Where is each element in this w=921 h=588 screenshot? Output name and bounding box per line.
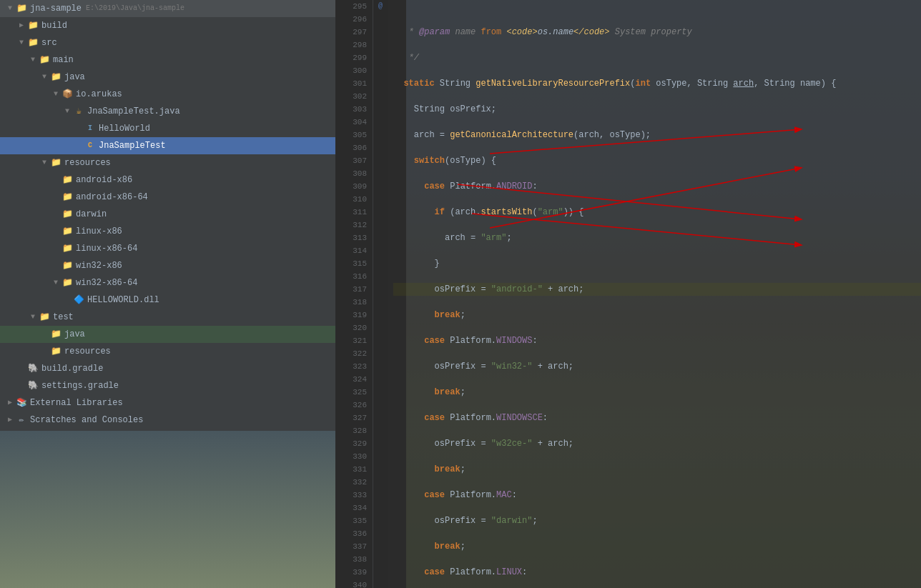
arrow-icon [6,416,14,424]
project-path: E:\2019\Java\jna-sample [86,1,184,16]
sidebar-item-linux-x86-64[interactable]: 📁 linux-x86-64 [0,240,335,257]
folder-icon: 📁 [61,174,73,186]
code-line-305: osPrefix = "android-" + arch; [393,283,921,296]
sidebar-item-helloworld-dll[interactable]: 🔷 HELLOWORLD.dll [0,291,335,309]
folder-icon: 📁 [61,243,73,254]
arrow-spacer [51,227,60,236]
sidebar-item-label: android-x86 [76,173,132,187]
package-icon: 📦 [61,89,73,100]
folder-icon: 📁 [27,20,39,31]
arrow-icon [17,21,26,30]
sidebar-item-scratches[interactable]: ✏️ Scratches and Consoles [0,412,335,429]
folder-icon: 📁 [39,312,50,323]
folder-icon: 📁 [61,260,73,271]
code-line-312: break; [393,463,921,476]
code-line-301: case Platform.ANDROID: [393,180,921,193]
sidebar-item-io-arukas[interactable]: 📦 io.arukas [0,86,335,103]
code-line-297: static String getNativeLibraryResourcePr… [393,77,921,90]
folder-icon: 📁 [50,329,61,340]
arrow-spacer [17,382,26,390]
sidebar-item-build-gradle[interactable]: 🐘 build.gradle [0,360,335,377]
arrow-spacer [17,364,26,373]
sidebar-item-resources[interactable]: 📁 resources [0,154,335,171]
line-gutter: @ [373,0,388,588]
sidebar-item-jna-sample[interactable]: 📁 jna-sample E:\2019\Java\jna-sample [0,0,335,17]
sidebar-item-src[interactable]: 📁 src [0,34,335,51]
arrow-icon [29,56,37,64]
sidebar-item-linux-x86[interactable]: 📁 linux-x86 [0,223,335,240]
folder-icon: 📁 [50,157,61,169]
sidebar-item-settings-gradle[interactable]: 🐘 settings.gradle [0,377,335,394]
sidebar-item-label: HelloWorld [99,121,150,136]
sidebar-item-android-x86[interactable]: 📁 android-x86 [0,171,335,189]
scratch-icon: ✏️ [16,414,27,426]
arrow-icon [17,39,26,47]
code-line-311: osPrefix = "w32ce-" + arch; [393,437,921,450]
arrow-spacer [51,261,60,270]
folder-icon: 📁 [50,71,61,83]
sidebar-item-test-java[interactable]: 📁 java [0,326,335,343]
code-line-300: switch(osType) { [393,154,921,167]
sidebar-item-win32-x86-64[interactable]: 📁 win32-x86-64 [0,274,335,291]
sidebar-item-label: resources [64,156,111,170]
sidebar-item-label: build [41,19,67,33]
arrow-icon [40,159,49,167]
code-line-302: if (arch.startsWith("arm")) { [393,206,921,219]
sidebar-item-helloworld[interactable]: I HelloWorld [0,120,335,137]
sidebar-item-test[interactable]: 📁 test [0,309,335,326]
code-line-313: case Platform.MAC: [393,489,921,502]
sidebar-item-android-x86-64[interactable]: 📁 android-x86-64 [0,189,335,206]
code-line-295: * @param name from <code>os.name</code> … [393,26,921,39]
code-content[interactable]: * @param name from <code>os.name</code> … [388,0,921,588]
sidebar-item-label: java [64,327,85,342]
sidebar-item-label: JnaSampleTest.java [87,104,180,119]
sidebar-item-win32-x86[interactable]: 📁 win32-x86 [0,257,335,274]
code-line-308: osPrefix = "win32-" + arch; [393,360,921,373]
sidebar-item-java[interactable]: 📁 java [0,69,335,86]
folder-icon: 📁 [50,346,61,357]
code-editor-area: 295296297298 299300301302 303304305306 3… [336,0,921,588]
code-line-316: case Platform.LINUX: [393,566,921,579]
code-line-309: break; [393,386,921,399]
arrow-icon [63,107,72,116]
arrow-spacer [74,141,83,150]
java-file-icon: ☕ [73,106,84,117]
project-icon: 📁 [16,3,27,14]
sidebar-item-label: jna-sample [30,1,82,16]
sidebar-item-label: win32-x86-64 [76,276,137,290]
arrow-icon [6,4,14,13]
folder-icon: 📁 [39,54,50,66]
sidebar-item-label: JnaSampleTest [99,139,166,153]
sidebar-item-jnasampletest[interactable]: C JnaSampleTest [0,137,335,154]
folder-icon: 📁 [61,191,73,203]
arrow-spacer [51,210,60,219]
code-line-315: break; [393,540,921,553]
class-icon: C [84,140,96,151]
sidebar-item-label: External Libraries [30,396,123,410]
sidebar-item-label: src [41,36,57,50]
arrow-icon [51,279,60,287]
sidebar-item-test-resources[interactable]: 📁 resources [0,343,335,360]
sidebar-item-label: HELLOWORLD.dll [87,293,159,307]
sidebar-item-jnasampletest-java[interactable]: ☕ JnaSampleTest.java [0,103,335,120]
sidebar-item-label: darwin [76,207,107,221]
sidebar-item-main[interactable]: 📁 main [0,51,335,69]
sidebar-item-label: build.gradle [41,362,103,376]
folder-icon: 📁 [61,226,73,237]
sidebar-item-label: settings.gradle [41,379,119,393]
library-icon: 📚 [16,397,27,409]
code-line-296: */ [393,51,921,64]
sidebar: 📁 jna-sample E:\2019\Java\jna-sample 📁 b… [0,0,336,588]
arrow-icon [29,313,37,322]
sidebar-item-build[interactable]: 📁 build [0,17,335,34]
sidebar-item-external-libraries[interactable]: 📚 External Libraries [0,394,335,412]
code-editor[interactable]: 295296297298 299300301302 303304305306 3… [336,0,921,588]
arrow-icon [40,73,49,81]
arrow-icon [51,90,60,99]
arrow-spacer [51,244,60,253]
dll-icon: 🔷 [73,294,84,306]
code-line-299: arch = getCanonicalArchitecture(arch, os… [393,129,921,141]
sidebar-item-label: win32-x86 [76,259,122,273]
sidebar-item-darwin[interactable]: 📁 darwin [0,206,335,223]
code-line-307: case Platform.WINDOWS: [393,334,921,347]
